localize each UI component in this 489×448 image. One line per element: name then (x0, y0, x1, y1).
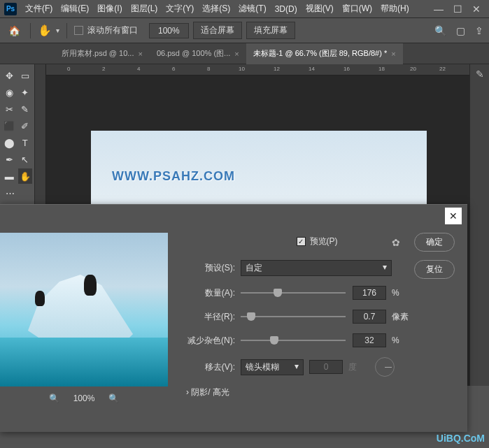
zoom-in-icon[interactable]: 🔍 (108, 393, 119, 403)
marquee-tool-icon[interactable]: ▭ (18, 68, 33, 83)
preset-select[interactable]: 自定▾ (241, 260, 392, 276)
ok-button[interactable]: 确定 (414, 233, 455, 252)
maximize-icon[interactable]: ☐ (453, 3, 462, 15)
menu-file[interactable]: 文件(F) (21, 0, 57, 17)
menu-help[interactable]: 帮助(H) (376, 0, 413, 17)
ps-logo-icon: Ps (4, 3, 17, 15)
document-tabs: 所用素材.psd @ 10...× 06.psd @ 100% (图...× 未… (0, 43, 489, 64)
watermark-text: WWW.PSAHZ.COM (112, 169, 235, 184)
sharpen-dialog: ✕ ✿ 确定 复位 🔍 100% 🔍 ✓ 预览(P) (0, 204, 467, 432)
menubar: Ps 文件(F) 编辑(E) 图像(I) 图层(L) 文字(Y) 选择(S) 滤… (0, 0, 489, 18)
lasso-tool-icon[interactable]: ◉ (2, 85, 17, 100)
home-icon[interactable]: 🏠 (6, 22, 23, 39)
gear-icon[interactable]: ✿ (392, 237, 400, 248)
move-tool-icon[interactable]: ✥ (2, 68, 17, 83)
zoom-display[interactable]: 100% (149, 23, 189, 38)
radius-unit: 像素 (392, 311, 413, 323)
close-icon[interactable]: × (234, 50, 239, 58)
amount-slider[interactable] (241, 292, 346, 294)
scroll-all-checkbox[interactable] (74, 26, 83, 35)
preview-label: 预览(P) (310, 236, 338, 247)
radius-slider[interactable] (241, 316, 346, 317)
noise-unit: % (392, 335, 413, 345)
tab-0[interactable]: 所用素材.psd @ 10...× (55, 43, 150, 64)
radius-input[interactable]: 0.7 (353, 310, 386, 324)
noise-input[interactable]: 32 (353, 333, 386, 347)
remove-angle-unit: 度 (348, 361, 369, 373)
fill-screen-button[interactable]: 填充屏幕 (246, 22, 295, 39)
options-bar: 🏠 ✋ ▾ 滚动所有窗口 100% 适合屏幕 填充屏幕 🔍 ▢ ⇪ (0, 18, 489, 43)
menu-select[interactable]: 选择(S) (198, 0, 234, 17)
frame-icon[interactable]: ▢ (456, 25, 465, 36)
reset-button[interactable]: 复位 (414, 260, 455, 279)
shadow-highlight-section[interactable]: 阴影/ 高光 (186, 386, 459, 398)
scroll-all-label: 滚动所有窗口 (87, 24, 138, 36)
dialog-close-button[interactable]: ✕ (445, 208, 462, 224)
crop-tool-icon[interactable]: ✂ (2, 101, 17, 117)
menu-layer[interactable]: 图层(L) (127, 0, 162, 17)
edit-icon[interactable]: ✎ (476, 68, 484, 80)
type-tool-icon[interactable]: T (18, 135, 33, 150)
shape-tool-icon[interactable]: ▬ (2, 168, 17, 184)
tab-1[interactable]: 06.psd @ 100% (图...× (150, 43, 246, 64)
close-icon[interactable]: × (138, 50, 142, 58)
radius-label: 半径(R): (175, 311, 235, 323)
chevron-down-icon: ▾ (295, 361, 299, 373)
close-icon[interactable]: × (391, 50, 395, 58)
menu-window[interactable]: 窗口(W) (338, 0, 376, 17)
menu-type[interactable]: 文字(Y) (162, 0, 198, 17)
chevron-down-icon: ▾ (383, 262, 387, 274)
share-icon[interactable]: ⇪ (475, 25, 483, 36)
stamp-tool-icon[interactable]: ⬤ (2, 135, 17, 150)
tab-2[interactable]: 未标题-1 @ 66.7% (图层 89, RGB/8#) *× (246, 43, 403, 64)
menu-image[interactable]: 图像(I) (93, 0, 126, 17)
amount-input[interactable]: 176 (353, 286, 386, 300)
angle-dial (375, 357, 395, 377)
brush-tool-icon[interactable]: ✐ (18, 118, 33, 133)
wand-tool-icon[interactable]: ✦ (18, 85, 33, 100)
ruler-horizontal: 0 2 4 6 8 10 12 14 16 18 20 22 (46, 64, 469, 75)
menu-3d[interactable]: 3D(D) (271, 1, 302, 17)
heal-tool-icon[interactable]: ⬛ (2, 118, 17, 133)
right-panel: ✎ (469, 64, 489, 386)
preview-image[interactable] (0, 233, 168, 386)
menu-view[interactable]: 视图(V) (302, 0, 338, 17)
remove-angle-input: 0 (309, 360, 343, 374)
eyedropper-tool-icon[interactable]: ✎ (18, 101, 33, 117)
search-icon[interactable]: 🔍 (434, 25, 446, 36)
minimize-icon[interactable]: — (434, 3, 444, 15)
preset-label: 预设(S): (175, 262, 235, 274)
menu-edit[interactable]: 编辑(E) (57, 0, 93, 17)
remove-label: 移去(V): (175, 361, 235, 373)
more-tools-icon[interactable]: ⋯ (2, 185, 17, 201)
remove-select[interactable]: 镜头模糊▾ (241, 359, 304, 375)
close-window-icon[interactable]: ✕ (472, 3, 481, 15)
noise-slider[interactable] (241, 340, 346, 341)
hand-tool-icon[interactable]: ✋ (38, 24, 52, 37)
uibq-watermark: UiBQ.CoM (437, 433, 485, 444)
amount-unit: % (392, 288, 413, 298)
zoom-out-icon[interactable]: 🔍 (49, 393, 59, 403)
preview-checkbox[interactable]: ✓ (297, 237, 306, 246)
amount-label: 数量(A): (175, 287, 235, 299)
noise-label: 减少杂色(N): (175, 335, 235, 347)
preview-zoom-value: 100% (73, 393, 95, 403)
path-tool-icon[interactable]: ↖ (18, 152, 33, 167)
hand-tool-icon[interactable]: ✋ (18, 168, 33, 184)
menu-filter[interactable]: 滤镜(T) (234, 0, 270, 17)
fit-screen-button[interactable]: 适合屏幕 (193, 22, 242, 39)
pen-tool-icon[interactable]: ✒ (2, 152, 17, 167)
